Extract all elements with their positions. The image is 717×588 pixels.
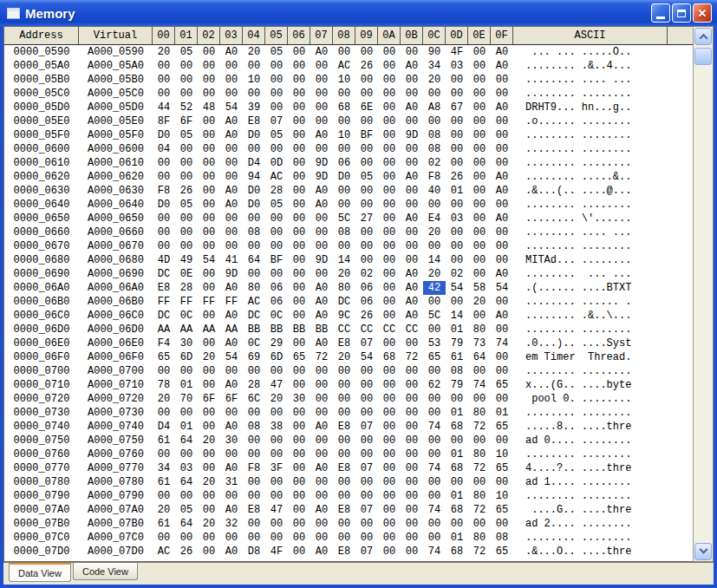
byte-cell[interactable]: 00 <box>333 392 355 406</box>
byte-cell[interactable]: 00 <box>355 448 378 461</box>
byte-cell[interactable]: 00 <box>355 531 378 545</box>
byte-cell[interactable]: 00 <box>378 253 401 267</box>
byte-cell[interactable]: 54 <box>491 281 513 295</box>
byte-cell[interactable]: 00 <box>468 267 491 281</box>
row-ascii[interactable]: ........ ........ <box>513 364 668 378</box>
byte-cell[interactable]: 00 <box>288 364 310 378</box>
byte-cell[interactable]: 00 <box>175 406 198 420</box>
byte-cell[interactable]: 00 <box>153 364 175 378</box>
byte-cell[interactable]: 00 <box>243 267 265 281</box>
byte-cell[interactable]: 00 <box>355 406 378 420</box>
row-ascii[interactable]: .0...).. ....Syst <box>513 336 668 350</box>
byte-cell[interactable]: 00 <box>468 114 491 128</box>
byte-cell[interactable]: 00 <box>288 531 310 545</box>
byte-cell[interactable]: 00 <box>310 87 333 101</box>
byte-cell[interactable]: E8 <box>243 114 265 128</box>
byte-cell[interactable]: 26 <box>175 545 198 559</box>
byte-cell[interactable]: 61 <box>153 475 175 489</box>
byte-cell[interactable]: 00 <box>220 531 243 545</box>
byte-cell[interactable]: A0 <box>310 295 333 309</box>
byte-cell[interactable]: D0 <box>153 128 175 142</box>
byte-cell[interactable]: 00 <box>198 114 220 128</box>
byte-cell[interactable]: 00 <box>198 364 220 378</box>
byte-cell[interactable]: F8 <box>243 461 265 475</box>
byte-cell[interactable]: 00 <box>175 73 198 87</box>
byte-cell[interactable]: 00 <box>468 309 491 323</box>
byte-cell[interactable]: 00 <box>198 406 220 420</box>
byte-cell[interactable]: 00 <box>198 225 220 239</box>
byte-cell[interactable]: 20 <box>153 503 175 517</box>
byte-cell[interactable]: 74 <box>423 503 446 517</box>
byte-cell[interactable]: 02 <box>355 267 378 281</box>
byte-cell[interactable]: 00 <box>446 73 468 87</box>
row-ascii[interactable]: ........ ........ <box>513 198 668 212</box>
byte-cell[interactable]: 03 <box>446 59 468 73</box>
byte-cell[interactable]: 64 <box>243 253 265 267</box>
byte-cell[interactable]: 00 <box>468 364 491 378</box>
byte-cell[interactable]: 00 <box>220 406 243 420</box>
byte-cell[interactable]: 00 <box>288 406 310 420</box>
byte-cell[interactable]: 69 <box>243 350 265 364</box>
byte-cell[interactable]: 00 <box>310 59 333 73</box>
byte-cell[interactable]: 0C <box>243 336 265 350</box>
byte-cell[interactable]: 00 <box>153 170 175 184</box>
byte-cell[interactable]: A0 <box>401 309 423 323</box>
byte-cell[interactable]: A0 <box>310 461 333 475</box>
byte-cell[interactable]: 10 <box>333 73 355 87</box>
byte-cell[interactable]: 00 <box>175 87 198 101</box>
byte-cell[interactable]: 00 <box>468 212 491 225</box>
byte-cell[interactable]: 00 <box>198 142 220 156</box>
byte-cell[interactable]: 00 <box>378 475 401 489</box>
byte-cell[interactable]: FF <box>153 295 175 309</box>
byte-cell[interactable]: 00 <box>355 87 378 101</box>
byte-cell[interactable]: 00 <box>378 45 401 59</box>
byte-cell[interactable]: 00 <box>401 239 423 253</box>
byte-cell[interactable]: A0 <box>220 503 243 517</box>
byte-cell[interactable]: 74 <box>491 336 513 350</box>
byte-cell[interactable]: A0 <box>491 45 513 59</box>
byte-cell[interactable]: 00 <box>333 475 355 489</box>
byte-cell[interactable]: DC <box>153 267 175 281</box>
byte-cell[interactable]: 01 <box>446 531 468 545</box>
byte-cell[interactable]: 00 <box>423 239 446 253</box>
byte-cell[interactable]: AA <box>198 323 220 336</box>
byte-cell[interactable]: 30 <box>220 434 243 448</box>
byte-cell[interactable]: 08 <box>243 225 265 239</box>
byte-cell[interactable]: 05 <box>265 45 288 59</box>
byte-cell[interactable]: 00 <box>401 420 423 434</box>
row-ascii[interactable]: .o...... ........ <box>513 114 668 128</box>
byte-cell[interactable]: 00 <box>333 448 355 461</box>
byte-cell[interactable]: 26 <box>175 184 198 198</box>
byte-cell[interactable]: 00 <box>265 475 288 489</box>
byte-cell[interactable]: 72 <box>310 350 333 364</box>
byte-cell[interactable]: 00 <box>243 489 265 503</box>
byte-cell[interactable]: A0 <box>491 101 513 114</box>
byte-cell[interactable]: 00 <box>446 475 468 489</box>
byte-cell[interactable]: 14 <box>423 253 446 267</box>
byte-cell[interactable]: A0 <box>220 198 243 212</box>
byte-cell[interactable]: 26 <box>355 59 378 73</box>
byte-cell[interactable]: A8 <box>423 101 446 114</box>
byte-cell[interactable]: 00 <box>288 503 310 517</box>
byte-cell[interactable]: 00 <box>288 517 310 531</box>
byte-cell[interactable]: 30 <box>288 392 310 406</box>
row-ascii[interactable]: ........ \'...... <box>513 212 668 225</box>
byte-cell[interactable]: 68 <box>378 350 401 364</box>
byte-cell[interactable]: 64 <box>175 434 198 448</box>
byte-cell[interactable]: 00 <box>198 198 220 212</box>
row-ascii[interactable]: .&...(.. ....@... <box>513 184 668 198</box>
byte-cell[interactable]: 72 <box>468 461 491 475</box>
byte-cell[interactable]: 00 <box>333 142 355 156</box>
byte-cell[interactable]: 00 <box>378 378 401 392</box>
byte-cell[interactable]: 48 <box>198 101 220 114</box>
byte-cell[interactable]: 31 <box>220 475 243 489</box>
byte-cell[interactable]: 8F <box>153 114 175 128</box>
byte-cell[interactable]: 06 <box>265 281 288 295</box>
byte-cell[interactable]: 80 <box>468 323 491 336</box>
byte-cell[interactable]: 00 <box>401 225 423 239</box>
byte-cell[interactable]: 00 <box>491 434 513 448</box>
byte-cell[interactable]: 4F <box>265 545 288 559</box>
byte-cell[interactable]: 65 <box>491 420 513 434</box>
row-ascii[interactable]: 4....?.. ....thre <box>513 461 668 475</box>
byte-cell[interactable]: 00 <box>355 239 378 253</box>
